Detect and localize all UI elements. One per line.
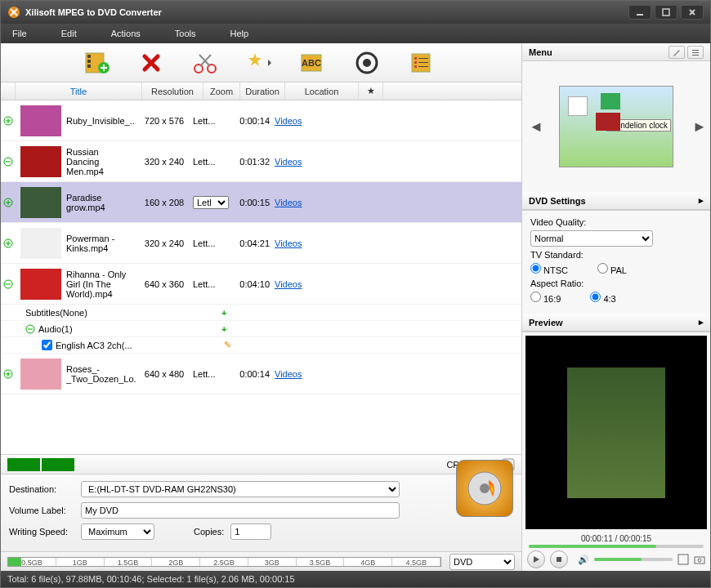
- start-burn-button[interactable]: [456, 460, 513, 517]
- col-zoom[interactable]: Zoom: [203, 82, 240, 100]
- file-title: Roses_-_Two_Dozen_Lo...: [66, 364, 136, 384]
- app-title: Xilisoft MPEG to DVD Converter: [25, 7, 628, 17]
- file-row[interactable]: Russian Dancing Men.mp4 320 x 240 Lett..…: [1, 141, 521, 182]
- dvd-settings-panel: Video Quality: Normal TV Standard: NTSC …: [522, 210, 710, 314]
- destination-label: Destination:: [9, 484, 74, 494]
- file-thumb: [20, 359, 61, 390]
- file-duration: 0:04:21: [232, 238, 275, 248]
- volume-slider[interactable]: [594, 558, 673, 561]
- menu-file[interactable]: File: [12, 29, 27, 38]
- ntsc-radio[interactable]: NTSC: [530, 263, 568, 275]
- audio-row[interactable]: Audio(1)+: [1, 321, 521, 337]
- edit-menu-button[interactable]: [669, 46, 685, 59]
- delete-button[interactable]: [136, 48, 166, 78]
- aspect-169-radio[interactable]: 16:9: [530, 292, 561, 304]
- prev-template-button[interactable]: ◄: [529, 118, 540, 135]
- file-zoom: Letl: [193, 196, 232, 209]
- burn-button[interactable]: [352, 48, 382, 78]
- file-resolution: 720 x 576: [136, 116, 193, 126]
- col-star[interactable]: ★: [359, 82, 383, 100]
- menu-actions[interactable]: Actions: [111, 29, 141, 38]
- expand-icon[interactable]: ▸: [699, 317, 704, 327]
- quality-label: Video Quality:: [530, 217, 702, 227]
- col-location[interactable]: Location: [285, 82, 359, 100]
- menu-bar: File Edit Actions Tools Help: [1, 24, 710, 43]
- file-resolution: 320 x 240: [136, 157, 193, 167]
- expand-icon[interactable]: ▸: [699, 195, 704, 206]
- file-location[interactable]: Videos: [275, 157, 332, 167]
- list-menu-button[interactable]: [687, 46, 704, 59]
- disc-type-select[interactable]: DVD: [449, 554, 515, 570]
- expand-icon[interactable]: [1, 198, 16, 207]
- fullscreen-icon[interactable]: [677, 554, 689, 565]
- pal-radio[interactable]: PAL: [597, 263, 627, 275]
- svg-rect-18: [418, 58, 428, 59]
- audio-track-row[interactable]: English AC3 2ch(...✎: [1, 337, 521, 354]
- svg-rect-33: [692, 52, 699, 53]
- file-location[interactable]: Videos: [275, 279, 332, 289]
- expand-icon[interactable]: [1, 116, 16, 126]
- column-headers: Title Resolution Zoom Duration Location …: [1, 82, 521, 100]
- col-resolution[interactable]: Resolution: [142, 82, 203, 100]
- svg-rect-4: [87, 55, 91, 58]
- copies-input[interactable]: [230, 523, 271, 540]
- stop-button[interactable]: [550, 550, 568, 568]
- quality-select[interactable]: Normal: [530, 230, 653, 247]
- snapshot-icon[interactable]: [694, 554, 705, 565]
- file-list: Ruby_Invisible_... 720 x 576 Lett... 0:0…: [1, 100, 521, 454]
- expand-icon[interactable]: [1, 157, 16, 167]
- svg-rect-37: [695, 557, 704, 564]
- svg-rect-32: [692, 50, 699, 51]
- destination-select[interactable]: E:(HL-DT-ST DVD-RAM GH22NS30): [81, 481, 400, 497]
- subtitles-row[interactable]: Subtitles(None)+: [1, 305, 521, 321]
- file-row[interactable]: Powerman - Kinks.mp4 320 x 240 Lett... 0…: [1, 223, 521, 264]
- file-title: Paradise grow.mp4: [66, 193, 136, 212]
- col-title[interactable]: Title: [16, 82, 142, 100]
- svg-rect-19: [418, 62, 428, 63]
- expand-icon[interactable]: [1, 369, 16, 379]
- expand-icon[interactable]: [1, 279, 16, 289]
- file-resolution: 640 x 480: [136, 369, 193, 379]
- effects-button[interactable]: [244, 48, 274, 78]
- menu-template-thumb[interactable]: Dandelion clock: [559, 86, 673, 167]
- list-button[interactable]: [406, 48, 436, 78]
- file-title: Rihanna - Only Girl (In The World).mp4: [66, 270, 136, 299]
- close-button[interactable]: [681, 5, 704, 20]
- file-location[interactable]: Videos: [275, 369, 332, 379]
- file-row[interactable]: Rihanna - Only Girl (In The World).mp4 6…: [1, 264, 521, 305]
- volume-icon[interactable]: 🔊: [578, 555, 589, 565]
- subtitle-button[interactable]: ABC: [298, 48, 328, 78]
- play-button[interactable]: [527, 550, 545, 568]
- status-bar: Total: 6 file(s), 97.88MB, 00:10:46; Sel…: [1, 571, 710, 587]
- file-row[interactable]: Ruby_Invisible_... 720 x 576 Lett... 0:0…: [1, 100, 521, 141]
- cut-button[interactable]: [190, 48, 220, 78]
- maximize-button[interactable]: [655, 5, 677, 20]
- col-duration[interactable]: Duration: [240, 82, 285, 100]
- file-location[interactable]: Videos: [275, 198, 332, 207]
- aspect-43-radio[interactable]: 4:3: [590, 292, 615, 304]
- next-template-button[interactable]: ►: [692, 118, 704, 135]
- menu-help[interactable]: Help: [230, 29, 248, 38]
- preview-header: Preview ▸: [522, 314, 710, 332]
- file-row[interactable]: Paradise grow.mp4 160 x 208 Letl 0:00:15…: [1, 182, 521, 223]
- add-file-button[interactable]: [83, 48, 112, 78]
- seek-slider[interactable]: [529, 545, 704, 548]
- file-location[interactable]: Videos: [275, 116, 332, 126]
- speed-select[interactable]: Maximum: [81, 523, 154, 540]
- menu-edit[interactable]: Edit: [61, 29, 77, 38]
- cpu-graph-icon: [42, 458, 74, 471]
- destination-panel: Destination:E:(HL-DT-ST DVD-RAM GH22NS30…: [1, 474, 521, 551]
- preview-time: 00:00:11 / 00:00:15: [522, 532, 710, 545]
- menu-tools[interactable]: Tools: [175, 29, 196, 38]
- svg-rect-34: [692, 55, 699, 56]
- svg-rect-6: [87, 65, 91, 68]
- minimize-button[interactable]: [628, 5, 651, 20]
- file-row[interactable]: Roses_-_Two_Dozen_Lo... 640 x 480 Lett..…: [1, 354, 521, 394]
- size-bar: 0.5GB1GB1.5GB2GB2.5GB3GB3.5GB4GB4.5GB DV…: [1, 551, 521, 571]
- volume-input[interactable]: [81, 502, 400, 519]
- expand-icon[interactable]: [1, 238, 16, 248]
- file-title: Ruby_Invisible_...: [66, 116, 136, 126]
- file-duration: 0:00:14: [232, 116, 275, 126]
- file-location[interactable]: Videos: [275, 238, 332, 248]
- file-duration: 0:00:14: [232, 369, 275, 379]
